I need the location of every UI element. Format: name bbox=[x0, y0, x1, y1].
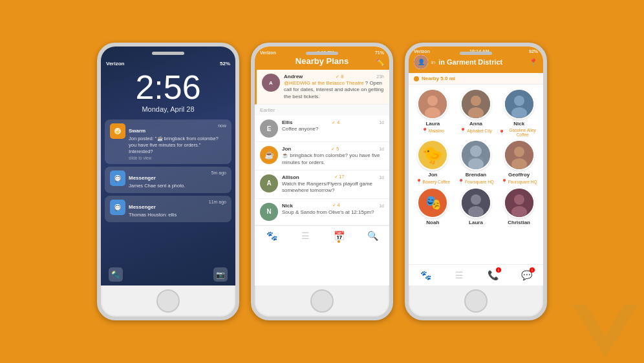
allison-time: 1d bbox=[379, 175, 384, 180]
location-icon: 📍 bbox=[529, 58, 538, 67]
person-card-nick[interactable]: Nick 📍 Gasoline Alley Coffee bbox=[499, 88, 539, 137]
in-label: in bbox=[431, 59, 435, 65]
laura-venue: 📍 Maialino bbox=[422, 128, 444, 134]
allison-avatar: A bbox=[260, 174, 278, 192]
featured-text: @HEDWIG at the Belasco Theatre ? Open ca… bbox=[284, 80, 384, 100]
laura-avatar bbox=[417, 88, 448, 119]
person-card-noah[interactable]: 🎭 Noah bbox=[413, 187, 453, 225]
tab-list[interactable]: ☰ bbox=[298, 229, 312, 243]
svg-text:💬: 💬 bbox=[114, 176, 121, 182]
noah-avatar: 🎭 bbox=[417, 187, 448, 218]
phone-badge: 1 bbox=[496, 267, 501, 273]
messenger-icon-2: 💬 bbox=[110, 200, 125, 215]
person-card-laura[interactable]: Laura 📍 Maialino bbox=[413, 88, 453, 137]
home-button-3[interactable] bbox=[464, 289, 488, 313]
jon-avatar: 🐤 bbox=[417, 140, 448, 171]
brendan-venue-dot: 📍 bbox=[458, 179, 464, 185]
svg-point-23 bbox=[471, 194, 481, 205]
person-card-brendan[interactable]: Brendan 📍 Foursquare HQ bbox=[456, 140, 497, 185]
brendan-name: Brendan bbox=[466, 172, 486, 178]
tab-search[interactable]: 🔍 bbox=[365, 229, 380, 243]
nick-user: Nick bbox=[282, 203, 293, 209]
nick-content: Nick ✓ 4 1d Soup & Sando from Olive's at… bbox=[282, 203, 384, 216]
home-button-1[interactable] bbox=[156, 289, 180, 313]
nearby-plans-title: Nearby Plans bbox=[260, 56, 384, 66]
battery-3: 92% bbox=[529, 49, 538, 54]
notification-messenger-2: 💬 Messenger 11m ago Thomas Houston: elli… bbox=[105, 196, 231, 222]
nearby-dot bbox=[414, 76, 419, 81]
allison-header: Allison ✓ 17 1d bbox=[282, 174, 384, 180]
p3-tab-phone[interactable]: 📞 1 bbox=[483, 267, 502, 283]
swarm-time: now bbox=[218, 123, 226, 128]
p3-tab-swarm[interactable]: 🐾 bbox=[416, 267, 435, 283]
time-3: 10:14 AM bbox=[469, 49, 489, 54]
lock-bottom: 🔦 📷 bbox=[101, 264, 235, 285]
lock-date: Monday, April 28 bbox=[101, 105, 235, 113]
carrier-1: Verizon bbox=[106, 61, 124, 67]
location-name: in Garment District bbox=[438, 58, 502, 66]
post-jon: ☕ Jon ✓ 5 1d ☕ bringback from colombe? y… bbox=[255, 142, 389, 171]
featured-post: A Andrew ✓ 8 23h @HEDWIG at the Belasco … bbox=[255, 70, 389, 105]
ellis-avatar: E bbox=[260, 119, 278, 138]
geoffroy-venue-dot: 📍 bbox=[501, 179, 508, 185]
anna-venue-dot: 📍 bbox=[460, 128, 466, 134]
allison-text: Watch the Rangers/Flyers playoff game so… bbox=[282, 181, 384, 194]
post-ellis: E Ellis ✓ 4 1d Coffee anyone? bbox=[255, 116, 389, 142]
messenger-notif-content-2: Messenger 11m ago Thomas Houston: ellis bbox=[129, 200, 226, 218]
person-card-laura2[interactable]: Laura bbox=[456, 187, 497, 225]
carrier-3: Verizon bbox=[414, 49, 430, 54]
tab-calendar[interactable]: 📅 bbox=[332, 229, 346, 243]
phone2-tabbar: 🐾 ☰ 📅 🔍 bbox=[255, 225, 389, 245]
phone-2: Verizon 3:13 PM 71% Nearby Plans ✏️ A An… bbox=[251, 43, 393, 320]
noah-name: Noah bbox=[426, 220, 439, 225]
time-2: 3:13 PM bbox=[317, 50, 334, 55]
jon-content: Jon ✓ 5 1d ☕ bringback from colombe? you… bbox=[282, 146, 384, 166]
verge-watermark bbox=[566, 298, 644, 363]
post-allison: A Allison ✓ 17 1d Watch the Rangers/Flye… bbox=[255, 171, 389, 199]
edit-icon[interactable]: ✏️ bbox=[376, 59, 384, 66]
messenger-body-1: James Chae sent a photo. bbox=[129, 183, 226, 189]
person-card-christian[interactable]: Christian bbox=[499, 187, 539, 225]
jon-time: 1d bbox=[379, 147, 384, 151]
laura-name: Laura bbox=[425, 121, 440, 127]
messenger-notif-content-1: Messenger 5m ago James Chae sent a photo… bbox=[129, 171, 226, 189]
p3-tab-chat[interactable]: 💬 1 bbox=[517, 267, 536, 283]
nearby-distance: Nearby 5.0 mi bbox=[422, 76, 455, 81]
phone3-tabbar: 🐾 ☰ 📞 1 💬 1 bbox=[409, 264, 543, 285]
person-card-geoffroy[interactable]: Geoffroy 📍 Foursquare HQ bbox=[499, 140, 539, 185]
home-button-2[interactable] bbox=[310, 289, 334, 313]
swarm-body: Jon posted: "☕ bringback from colombe? y… bbox=[129, 136, 226, 154]
user-avatar-small: 👤 bbox=[414, 55, 428, 69]
person-card-anna[interactable]: Anna 📍 Alphabet City bbox=[456, 88, 497, 137]
nick-venue-dot: 📍 bbox=[499, 130, 505, 136]
allison-checkins: ✓ 17 bbox=[334, 174, 345, 180]
svg-point-7 bbox=[427, 96, 438, 106]
laura2-name: Laura bbox=[469, 220, 483, 225]
featured-highlight: @HEDWIG at the Belasco Theatre bbox=[284, 80, 364, 86]
p3-tab-menu[interactable]: ☰ bbox=[449, 267, 469, 283]
featured-header: Andrew ✓ 8 23h bbox=[284, 74, 384, 79]
christian-name: Christian bbox=[508, 220, 530, 225]
messenger-time-1: 5m ago bbox=[211, 171, 226, 175]
laura2-avatar bbox=[460, 187, 491, 218]
person-card-jon[interactable]: 🐤 Jon 📍 Bowery Coffee bbox=[413, 140, 453, 185]
phone3-header: Verizon 10:14 AM 92% 👤 in in Garment Dis… bbox=[409, 47, 543, 73]
messenger-title-2: Messenger bbox=[129, 204, 156, 210]
phone3-screen: Verizon 10:14 AM 92% 👤 in in Garment Dis… bbox=[409, 47, 543, 285]
featured-content: Andrew ✓ 8 23h @HEDWIG at the Belasco Th… bbox=[284, 74, 384, 100]
phone2-status-bar: Verizon 3:13 PM 71% bbox=[260, 50, 384, 55]
allison-user: Allison bbox=[282, 174, 299, 180]
phone2-header: Verizon 3:13 PM 71% Nearby Plans ✏️ bbox=[255, 47, 389, 70]
phone1-screen: Verizon 52% 2:56 Monday, April 28 ⚡ bbox=[101, 47, 235, 285]
anna-venue: 📍 Alphabet City bbox=[460, 128, 492, 134]
swarm-icon: ⚡ bbox=[110, 123, 125, 139]
nick-avatar bbox=[504, 88, 535, 119]
phone1-status-bar: Verizon 52% bbox=[101, 59, 235, 68]
jon-user: Jon bbox=[282, 146, 291, 152]
brendan-avatar bbox=[460, 140, 491, 171]
chat-badge: 1 bbox=[530, 267, 535, 273]
nick-name: Nick bbox=[513, 121, 524, 127]
tab-swarm[interactable]: 🐾 bbox=[264, 229, 279, 243]
swarm-slide: slide to view bbox=[129, 156, 226, 160]
geoffroy-venue: 📍 Foursquare HQ bbox=[501, 179, 537, 185]
